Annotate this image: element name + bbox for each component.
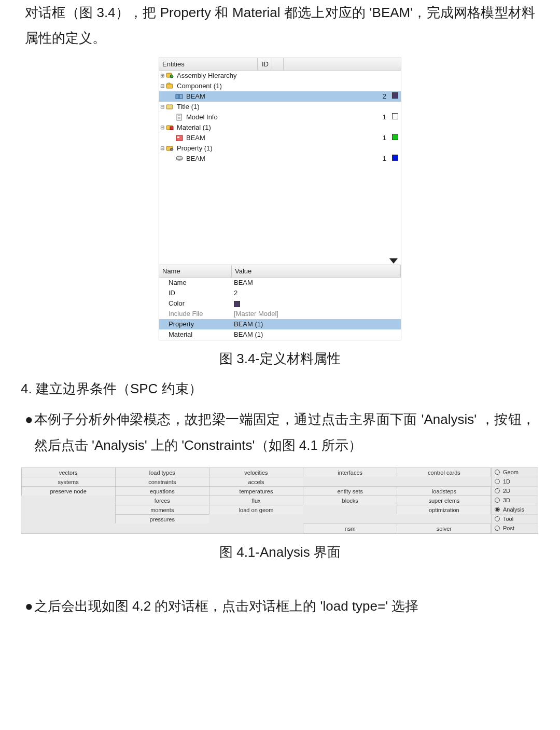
mat-icon [175,133,184,143]
pv-value: BEAM (1) [232,320,401,328]
entities-tree[interactable]: ⊞Assembly Hierarchy⊟Component (1)·BEAM2⊟… [159,71,401,265]
pv-value: BEAM [232,279,401,286]
toolbar-loadsteps-button[interactable]: loadsteps [397,486,491,496]
toolbar-forces-button[interactable]: forces [115,495,209,505]
tree-row-label: BEAM [185,92,375,100]
toolbar-vectors-button[interactable]: vectors [21,467,116,477]
scroll-down-icon[interactable] [389,258,398,264]
col-entities[interactable]: Entities [159,58,258,70]
tree-row[interactable]: ⊟Component (1) [159,81,401,91]
toolbar-moments-button[interactable]: moments [115,505,209,515]
entities-panel: Entities ID ⊞Assembly Hierarchy⊟Componen… [159,58,401,340]
toolbar-load-types-button[interactable]: load types [115,467,209,477]
toolbar-empty [397,514,491,524]
collapse-icon[interactable]: ⊟ [159,104,165,109]
toolbar-preserve-node-button[interactable]: preserve node [21,486,116,496]
tree-row[interactable]: ⊞Assembly Hierarchy [159,71,401,81]
title-folder-icon [165,102,175,112]
tree-spacer-icon: · [159,156,165,161]
col-id[interactable]: ID [258,58,272,70]
assembly-icon [165,71,175,80]
svg-rect-14 [177,136,179,138]
mode-radio-analysis[interactable]: Analysis [492,505,538,515]
col-name[interactable]: Name [159,265,232,277]
tree-row-swatch [389,113,401,121]
toolbar-entity-sets-button[interactable]: entity sets [303,486,397,496]
bullet-dot-icon: ● [25,594,33,619]
collapse-icon[interactable]: ⊟ [159,83,165,89]
tree-row[interactable]: ·BEAM2 [159,91,401,102]
toolbar-empty [397,477,491,487]
mode-radio-1d[interactable]: 1D [492,477,538,487]
svg-rect-12 [170,127,173,130]
tree-row[interactable]: ·BEAM1 [159,133,401,143]
pv-body[interactable]: NameBEAMID2ColorInclude File[Master Mode… [159,278,401,340]
pv-value: 2 [232,289,401,297]
pv-value: [Master Model] [232,310,401,318]
pv-name: Color [159,299,232,307]
pv-row[interactable]: MaterialBEAM (1) [159,329,401,340]
note-icon [175,113,184,122]
tree-row-label: Assembly Hierarchy [176,72,375,79]
toolbar-solver-button[interactable]: solver [397,524,491,533]
mode-radio-tool[interactable]: Tool [492,515,538,524]
mode-radio-post[interactable]: Post [492,524,538,533]
pv-name: ID [159,289,232,297]
radio-icon [495,479,500,484]
toolbar-empty [21,514,116,524]
toolbar-empty [209,524,303,533]
radio-label: 3D [503,497,510,503]
toolbar-equations-button[interactable]: equations [115,486,209,496]
intro-paragraph: 对话框（图 3.4），把 Property 和 Material 都选上对应的 … [25,0,535,51]
toolbar-load-on-geom-button[interactable]: load on geom [209,505,303,515]
radio-icon [495,498,500,503]
pv-value [232,299,401,307]
mode-radio-2d[interactable]: 2D [492,487,538,496]
toolbar-systems-button[interactable]: systems [21,477,116,487]
tree-row[interactable]: ⊟Property (1) [159,143,401,154]
bullet-dot-icon: ● [25,407,33,432]
radio-icon [495,516,500,521]
toolbar-temperatures-button[interactable]: temperatures [209,486,303,496]
expand-icon[interactable]: ⊞ [159,73,165,78]
toolbar-nsm-button[interactable]: nsm [303,524,397,533]
collapse-icon[interactable]: ⊟ [159,145,165,151]
toolbar-optimization-button[interactable]: optimization [397,505,491,515]
svg-point-16 [170,148,173,150]
pv-row[interactable]: Color [159,298,401,309]
tree-row-label: Property (1) [176,144,375,152]
tree-row[interactable]: ·BEAM1 [159,154,401,164]
toolbar-empty [303,505,397,515]
toolbar-constraints-button[interactable]: constraints [115,477,209,487]
toolbar-empty [21,524,116,533]
pv-row[interactable]: ID2 [159,288,401,298]
tree-row[interactable]: ·Model Info1 [159,112,401,122]
radio-label: Analysis [503,506,524,513]
tree-row-label: Material (1) [176,123,375,131]
col-color[interactable] [272,58,284,70]
pv-row[interactable]: PropertyBEAM (1) [159,319,401,329]
mode-radio-geom[interactable]: Geom [492,468,538,477]
toolbar-accels-button[interactable]: accels [209,477,303,487]
svg-rect-6 [166,105,173,109]
col-value[interactable]: Value [232,265,401,277]
pv-value: BEAM (1) [232,330,401,338]
toolbar-super-elems-button[interactable]: super elems [397,495,491,505]
tree-row[interactable]: ⊟Title (1) [159,102,401,112]
toolbar-empty [115,524,209,533]
tree-row[interactable]: ⊟Material (1) [159,122,401,133]
tree-row-id: 2 [375,92,389,100]
toolbar-blocks-button[interactable]: blocks [303,495,397,505]
pv-row[interactable]: NameBEAM [159,278,401,288]
mode-radio-3d[interactable]: 3D [492,496,538,505]
toolbar-pressures-button[interactable]: pressures [115,514,209,524]
pv-row[interactable]: Include File[Master Model] [159,309,401,319]
toolbar-grid: vectorsload typesvelocitiesinterfacescon… [21,468,491,533]
collapse-icon[interactable]: ⊟ [159,125,165,130]
toolbar-interfaces-button[interactable]: interfaces [303,467,397,477]
toolbar-flux-button[interactable]: flux [209,495,303,505]
toolbar-control-cards-button[interactable]: control cards [397,467,491,477]
property-value-panel: Name Value NameBEAMID2ColorInclude File[… [159,265,401,340]
toolbar-empty [21,495,116,505]
toolbar-velocities-button[interactable]: velocities [209,467,303,477]
